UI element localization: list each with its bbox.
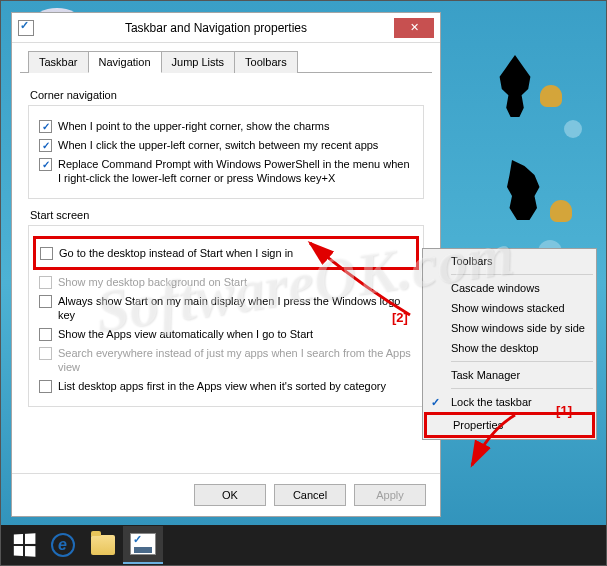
folder-icon (91, 535, 115, 555)
start-button[interactable] (5, 526, 43, 564)
taskbar-explorer-icon[interactable] (83, 526, 123, 564)
tab-taskbar[interactable]: Taskbar (28, 51, 89, 73)
checkbox-label: Show my desktop background on Start (58, 275, 247, 289)
checkbox-label: When I point to the upper-right corner, … (58, 119, 329, 133)
titlebar[interactable]: Taskbar and Navigation properties ✕ (12, 13, 440, 43)
wallpaper-figure (497, 160, 547, 220)
menu-separator (451, 388, 593, 389)
menu-separator (451, 361, 593, 362)
checkbox-row[interactable]: Replace Command Prompt with Windows Powe… (39, 157, 413, 185)
tab-toolbars[interactable]: Toolbars (234, 51, 298, 73)
taskbar-properties-icon (130, 533, 156, 555)
wallpaper-bubble (564, 120, 582, 138)
checkbox-row: Search everywhere instead of just my app… (39, 346, 413, 374)
internet-explorer-icon (51, 533, 75, 557)
taskbar-ie-icon[interactable] (43, 526, 83, 564)
checkbox-row[interactable]: When I point to the upper-right corner, … (39, 119, 413, 133)
checkbox-icon[interactable] (39, 380, 52, 393)
taskbar-properties-icon (18, 20, 34, 36)
annotation-arrow-1 (460, 410, 540, 482)
checkbox-label: Show the Apps view automatically when I … (58, 327, 313, 341)
group-label-start: Start screen (30, 209, 424, 221)
checkbox-icon[interactable] (40, 247, 53, 260)
taskbar[interactable] (1, 525, 606, 565)
checkbox-label: Replace Command Prompt with Windows Powe… (58, 157, 413, 185)
tab-strip: Taskbar Navigation Jump Lists Toolbars (20, 43, 432, 73)
checkbox-icon[interactable] (39, 139, 52, 152)
wallpaper-shape (550, 200, 572, 222)
tab-navigation[interactable]: Navigation (88, 51, 162, 73)
checkbox-icon[interactable] (39, 158, 52, 171)
taskbar-app-icon[interactable] (123, 526, 163, 564)
wallpaper-shape (540, 85, 562, 107)
checkbox-icon[interactable] (39, 120, 52, 133)
wallpaper-figure (493, 55, 537, 117)
ctx-stacked[interactable]: Show windows stacked (425, 298, 594, 318)
checkbox-row[interactable]: Show the Apps view automatically when I … (39, 327, 413, 341)
ctx-cascade[interactable]: Cascade windows (425, 278, 594, 298)
checkbox-icon[interactable] (39, 328, 52, 341)
checkbox-icon[interactable] (39, 295, 52, 308)
ctx-toolbars[interactable]: Toolbars (425, 251, 594, 271)
checkbox-row[interactable]: When I click the upper-left corner, swit… (39, 138, 413, 152)
checkbox-label: List desktop apps first in the Apps view… (58, 379, 386, 393)
checkbox-label: Go to the desktop instead of Start when … (59, 246, 293, 260)
ctx-taskmanager[interactable]: Task Manager (425, 365, 594, 385)
windows-logo-icon (14, 533, 36, 556)
corner-navigation-group: When I point to the upper-right corner, … (28, 105, 424, 199)
checkbox-label: When I click the upper-left corner, swit… (58, 138, 378, 152)
checkbox-icon (39, 347, 52, 360)
checkbox-icon (39, 276, 52, 289)
ctx-sidebyside[interactable]: Show windows side by side (425, 318, 594, 338)
annotation-marker-2: [2] (392, 310, 408, 325)
dialog-button-row: OK Cancel Apply (12, 473, 440, 516)
ok-button[interactable]: OK (194, 484, 266, 506)
window-title: Taskbar and Navigation properties (38, 21, 394, 35)
cancel-button[interactable]: Cancel (274, 484, 346, 506)
close-button[interactable]: ✕ (394, 18, 434, 38)
annotation-marker-1: [1] (556, 403, 572, 418)
checkbox-label: Search everywhere instead of just my app… (58, 346, 413, 374)
ctx-showdesktop[interactable]: Show the desktop (425, 338, 594, 358)
tab-jumplists[interactable]: Jump Lists (161, 51, 236, 73)
menu-separator (451, 274, 593, 275)
group-label-corner: Corner navigation (30, 89, 424, 101)
checkbox-row[interactable]: List desktop apps first in the Apps view… (39, 379, 413, 393)
apply-button[interactable]: Apply (354, 484, 426, 506)
